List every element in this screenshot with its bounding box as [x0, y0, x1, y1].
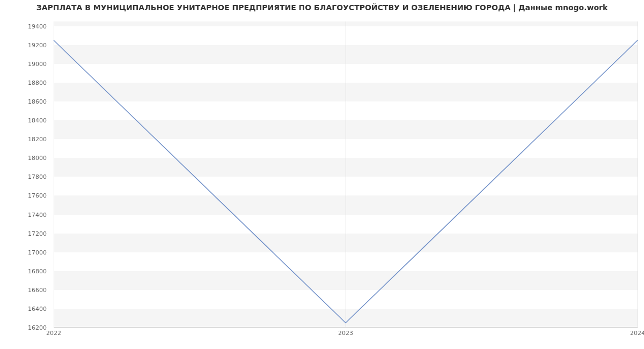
x-axis-line — [54, 327, 638, 328]
y-tick-label: 18000 — [28, 155, 47, 162]
plot-area — [54, 21, 638, 328]
y-tick-label: 19200 — [28, 41, 47, 48]
vertical-gridline — [638, 21, 638, 328]
series-line — [54, 40, 638, 323]
y-tick-label: 18200 — [28, 136, 47, 143]
x-tick-label: 2024 — [630, 330, 644, 337]
y-tick-label: 16400 — [28, 305, 47, 312]
y-tick-label: 17200 — [28, 230, 47, 237]
y-tick-label: 16800 — [28, 267, 47, 274]
y-tick-label: 16600 — [28, 286, 47, 293]
y-tick-label: 18800 — [28, 79, 47, 86]
y-tick-label: 18600 — [28, 98, 47, 105]
y-tick-label: 17000 — [28, 249, 47, 256]
y-tick-label: 18400 — [28, 117, 47, 124]
line-series — [54, 21, 638, 328]
y-tick-label: 16200 — [28, 324, 47, 331]
chart-title: ЗАРПЛАТА В МУНИЦИПАЛЬНОЕ УНИТАРНОЕ ПРЕДП… — [0, 3, 644, 12]
y-tick-label: 17800 — [28, 173, 47, 180]
y-tick-label: 19400 — [28, 23, 47, 30]
x-tick-label: 2023 — [338, 330, 353, 337]
y-tick-label: 17400 — [28, 211, 47, 218]
y-axis-ticks: 1620016400166001680017000172001740017600… — [0, 21, 51, 328]
chart-container: ЗАРПЛАТА В МУНИЦИПАЛЬНОЕ УНИТАРНОЕ ПРЕДП… — [0, 0, 644, 349]
x-axis-ticks: 202220232024 — [54, 330, 638, 340]
y-tick-label: 19000 — [28, 60, 47, 67]
y-tick-label: 17600 — [28, 192, 47, 199]
x-tick-label: 2022 — [46, 330, 61, 337]
